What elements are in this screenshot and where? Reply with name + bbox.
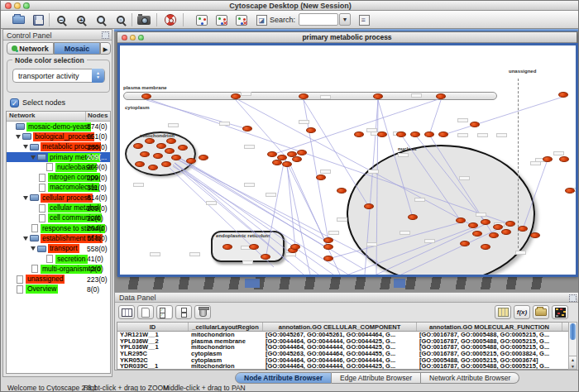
import-attributes-icon[interactable] — [533, 305, 549, 319]
graph-node[interactable] — [292, 156, 302, 162]
graph-node[interactable] — [456, 218, 466, 223]
attribute-matrix-icon[interactable] — [495, 305, 511, 319]
graph-edge[interactable] — [272, 98, 441, 155]
expand-triangle-icon[interactable] — [16, 135, 21, 139]
tree-row[interactable]: biological_process651(0) — [7, 131, 110, 141]
tree-row[interactable]: establishment of lo558(0) — [7, 233, 110, 243]
graph-node[interactable] — [354, 131, 364, 137]
table-column-header[interactable]: _cellularLayoutRegion — [189, 323, 263, 331]
tree-row[interactable]: metabolic process280(0) — [7, 142, 110, 152]
float-panel-icon[interactable] — [569, 294, 577, 302]
graph-node[interactable] — [558, 92, 568, 98]
graph-edge[interactable] — [266, 163, 284, 259]
graph-edge[interactable] — [178, 160, 363, 269]
graph-node[interactable] — [272, 160, 282, 165]
network-view-titlebar[interactable]: primary metabolic process — [117, 32, 577, 43]
tree-row[interactable]: multi-organism pro42(0) — [7, 264, 110, 274]
tree-row[interactable]: nitrogen compo209(0) — [7, 172, 110, 182]
graph-node[interactable] — [377, 131, 387, 137]
table-row[interactable]: YDR039C__1mitochondrion[GO:0044464, GO:0… — [117, 363, 569, 370]
graph-node[interactable] — [290, 244, 300, 250]
graph-node[interactable] — [424, 131, 434, 137]
graph-node[interactable] — [135, 161, 145, 167]
graph-edge[interactable] — [443, 97, 563, 135]
expand-triangle-icon[interactable] — [23, 145, 28, 149]
tab-network[interactable]: Network — [7, 42, 54, 55]
graph-edge[interactable] — [376, 100, 378, 275]
network-overview-icon[interactable] — [193, 12, 211, 27]
tree-row[interactable]: mosaic-demo-yeast874(0) — [7, 122, 110, 131]
graph-node[interactable] — [460, 241, 470, 246]
table-cell[interactable]: YDR039C__1 — [117, 362, 189, 370]
graph-node[interactable] — [231, 93, 241, 99]
graph-node[interactable] — [337, 188, 347, 194]
graph-node[interactable] — [481, 244, 490, 250]
unselect-attributes-icon[interactable] — [175, 305, 192, 319]
table-column-header[interactable]: ID — [117, 323, 189, 331]
zoom-out-icon[interactable]: − — [52, 12, 70, 27]
graph-edge[interactable] — [415, 135, 486, 222]
table-column-header[interactable]: annotation.GO CELLULAR_COMPONENT — [263, 323, 417, 331]
graph-node[interactable] — [165, 148, 175, 154]
table-scrollbar[interactable]: ▲▼ — [568, 322, 577, 370]
graph-node[interactable] — [282, 161, 292, 167]
select-nodes-checkbox[interactable]: ✓ — [10, 98, 19, 108]
snapshot-camera-icon[interactable] — [135, 12, 153, 27]
graph-node[interactable] — [501, 229, 511, 235]
heatmap-icon[interactable] — [552, 305, 568, 319]
function-builder-icon[interactable]: f(x) — [514, 305, 530, 319]
tree-col-network[interactable]: Network — [7, 112, 86, 121]
graph-node[interactable] — [242, 126, 252, 131]
search-settings-icon[interactable] — [355, 12, 373, 27]
graph-node[interactable] — [472, 231, 482, 237]
new-attribute-icon[interactable] — [137, 305, 154, 319]
tree-row[interactable]: cellular process614(0) — [7, 193, 110, 203]
graph-node[interactable] — [543, 156, 553, 162]
graph-edge[interactable] — [170, 168, 274, 267]
zoom-fit-icon[interactable]: ▫ — [112, 12, 130, 27]
attribute-browser-tab[interactable]: Edge Attribute Browser — [332, 372, 421, 384]
graph-node[interactable] — [316, 174, 326, 180]
graph-edge[interactable] — [328, 222, 461, 259]
graph-edge[interactable] — [287, 163, 295, 249]
graph-node[interactable] — [373, 93, 383, 99]
graph-edge[interactable] — [429, 100, 441, 135]
select-attributes-icon[interactable] — [156, 305, 173, 319]
expand-triangle-icon[interactable] — [23, 196, 28, 200]
graph-node[interactable] — [153, 153, 163, 159]
graph-node[interactable] — [493, 224, 503, 230]
graph-node[interactable] — [436, 93, 446, 99]
graph-node[interactable] — [297, 150, 307, 155]
graph-node[interactable] — [140, 151, 150, 157]
graph-node[interactable] — [199, 155, 208, 160]
tree-row[interactable]: Overview8(0) — [7, 284, 110, 294]
graph-node[interactable] — [223, 244, 232, 250]
table-cell[interactable]: [GO:0016787, GO:0005488, GO:0005215, G..… — [417, 362, 562, 370]
tree-row[interactable]: primary metabo209(... — [7, 152, 110, 162]
graph-node[interactable] — [438, 131, 448, 137]
tree-row[interactable]: cell communicat22(0) — [7, 213, 110, 223]
graph-edge[interactable] — [179, 158, 328, 249]
graph-node[interactable] — [171, 155, 181, 160]
table-cell[interactable]: mitochondrion — [189, 362, 263, 370]
scrollbar-arrows-icon[interactable]: ▲▼ — [569, 356, 577, 369]
graph-node[interactable] — [186, 158, 196, 164]
tree-row[interactable]: secretion41(0) — [7, 254, 110, 264]
graph-node[interactable] — [249, 244, 259, 250]
expand-triangle-icon[interactable] — [31, 155, 36, 160]
table-column-header[interactable]: annotation.GO MOLECULAR_FUNCTION — [417, 323, 562, 331]
graph-node[interactable] — [396, 131, 406, 137]
float-panel-icon[interactable] — [102, 31, 109, 39]
graph-node[interactable] — [178, 145, 188, 151]
graph-edge[interactable] — [146, 100, 247, 129]
network-canvas[interactable]: plasma membrane cytoplasm mitochondrion … — [117, 43, 578, 277]
attribute-grid-icon[interactable] — [118, 305, 135, 319]
graph-node[interactable] — [530, 232, 540, 238]
tree-row[interactable]: macromolecule311(0) — [7, 183, 110, 193]
help-lifering-icon[interactable] — [161, 12, 179, 27]
graph-node[interactable] — [323, 244, 333, 250]
destroy-view-icon[interactable] — [232, 12, 251, 27]
tree-header[interactable]: Network Nodes — [7, 112, 110, 122]
graph-node[interactable] — [559, 156, 569, 162]
graph-node[interactable] — [156, 143, 166, 149]
